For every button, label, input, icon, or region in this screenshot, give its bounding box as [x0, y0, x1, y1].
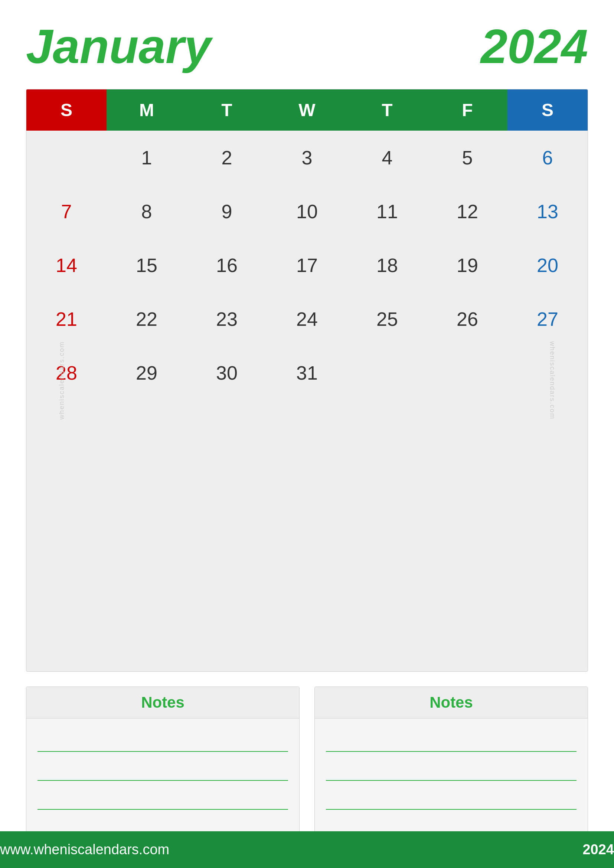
- notes-box-right: Notes: [315, 687, 588, 849]
- notes-line-2: [37, 755, 288, 781]
- week-1: 1 2 3 4 5 6: [26, 131, 588, 184]
- week-extra: [26, 400, 588, 454]
- day-24: 24: [267, 292, 347, 346]
- week-5: 28 29 30 31: [26, 346, 588, 400]
- notes-line-5: [326, 726, 577, 752]
- day-22: 22: [107, 292, 187, 346]
- day-25: 25: [347, 292, 427, 346]
- header-saturday: S: [507, 90, 588, 131]
- notes-line-3: [37, 784, 288, 810]
- week-2: 7 8 9 10 11 12 13: [26, 184, 588, 238]
- day-1: 1: [107, 131, 187, 184]
- header-thursday: T: [347, 90, 427, 131]
- day-29: 29: [107, 346, 187, 400]
- day-13: 13: [507, 184, 588, 238]
- day-extra-2: [107, 400, 187, 454]
- day-4: 4: [347, 131, 427, 184]
- day-2: 2: [187, 131, 267, 184]
- page: January 2024 wheniscalendars.com whenisc…: [0, 0, 614, 868]
- day-28: 28: [26, 346, 107, 400]
- day-21: 21: [26, 292, 107, 346]
- day-3: 3: [267, 131, 347, 184]
- notes-line-7: [326, 784, 577, 810]
- day-extra-6: [427, 400, 507, 454]
- watermark-left: wheniscalendars.com: [58, 341, 66, 419]
- notes-section: Notes Notes: [26, 687, 588, 849]
- day-11: 11: [347, 184, 427, 238]
- day-26: 26: [427, 292, 507, 346]
- notes-lines-right: [315, 718, 588, 849]
- footer-year: 2024: [583, 842, 614, 858]
- week-3: 14 15 16 17 18 19 20: [26, 238, 588, 292]
- day-27: 27: [507, 292, 588, 346]
- day-extra-7: [507, 400, 588, 454]
- day-extra-5: [347, 400, 427, 454]
- header-wednesday: W: [267, 90, 347, 131]
- notes-lines-left: [26, 718, 299, 849]
- day-18: 18: [347, 238, 427, 292]
- header-monday: M: [107, 90, 187, 131]
- day-23: 23: [187, 292, 267, 346]
- header-friday: F: [427, 90, 507, 131]
- footer: www.wheniscalendars.com 2024: [0, 831, 614, 868]
- days-header-row: S M T W T F S: [26, 90, 588, 131]
- day-6: 6: [507, 131, 588, 184]
- day-extra-1: [26, 400, 107, 454]
- day-19: 19: [427, 238, 507, 292]
- notes-line-1: [37, 726, 288, 752]
- day-14: 14: [26, 238, 107, 292]
- day-5: 5: [427, 131, 507, 184]
- watermark-right: wheniscalendars.com: [548, 341, 556, 419]
- calendar-grid: S M T W T F S 1 2 3 4 5 6: [26, 90, 588, 454]
- month-title: January: [26, 22, 211, 71]
- day-12: 12: [427, 184, 507, 238]
- notes-box-left: Notes: [26, 687, 299, 849]
- day-15: 15: [107, 238, 187, 292]
- header-sunday: S: [26, 90, 107, 131]
- day-empty-2: [347, 346, 427, 400]
- day-empty-3: [427, 346, 507, 400]
- notes-label-right: Notes: [315, 687, 588, 718]
- header: January 2024: [26, 22, 588, 71]
- calendar-container: wheniscalendars.com wheniscalendars.com …: [26, 89, 588, 672]
- notes-line-6: [326, 755, 577, 781]
- day-8: 8: [107, 184, 187, 238]
- day-31: 31: [267, 346, 347, 400]
- footer-url: www.wheniscalendars.com: [0, 842, 169, 858]
- day-30: 30: [187, 346, 267, 400]
- day-10: 10: [267, 184, 347, 238]
- day-9: 9: [187, 184, 267, 238]
- week-4: 21 22 23 24 25 26 27: [26, 292, 588, 346]
- notes-label-left: Notes: [26, 687, 299, 718]
- day-extra-3: [187, 400, 267, 454]
- year-title: 2024: [481, 22, 588, 71]
- day-17: 17: [267, 238, 347, 292]
- day-7: 7: [26, 184, 107, 238]
- header-tuesday: T: [187, 90, 267, 131]
- day-empty-1: [26, 131, 107, 184]
- day-extra-4: [267, 400, 347, 454]
- day-20: 20: [507, 238, 588, 292]
- day-empty-4: [507, 346, 588, 400]
- day-16: 16: [187, 238, 267, 292]
